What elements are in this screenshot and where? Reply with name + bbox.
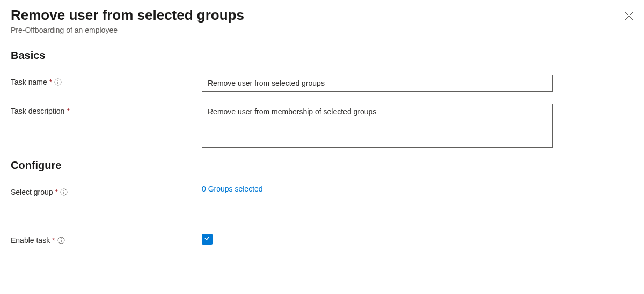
page-title: Remove user from selected groups [11,6,621,25]
svg-point-6 [63,190,64,191]
task-description-label-text: Task description [11,107,64,115]
required-asterisk: * [52,236,55,245]
configure-heading: Configure [11,159,633,172]
info-icon[interactable] [54,78,62,86]
svg-point-3 [57,80,58,81]
basics-heading: Basics [11,49,633,62]
svg-point-9 [61,238,62,239]
svg-rect-10 [61,240,61,242]
svg-rect-7 [63,192,64,194]
select-group-link[interactable]: 0 Groups selected [202,185,263,193]
select-group-label-text: Select group [11,188,53,196]
task-name-label: Task name * [11,75,202,86]
task-description-label: Task description * [11,104,202,115]
page-subtitle: Pre-Offboarding of an employee [11,26,621,34]
enable-task-checkbox[interactable] [202,234,213,245]
close-icon [625,12,633,22]
required-asterisk: * [49,78,52,86]
info-icon[interactable] [57,237,65,244]
required-asterisk: * [67,107,69,115]
svg-rect-4 [58,82,58,84]
checkmark-icon [203,234,211,244]
close-button[interactable] [621,9,636,25]
select-group-label: Select group * [11,185,202,196]
task-name-label-text: Task name [11,78,47,86]
info-icon[interactable] [60,188,68,196]
enable-task-label-text: Enable task [11,236,50,245]
task-description-input[interactable]: Remove user from membership of selected … [202,104,553,148]
required-asterisk: * [55,188,58,196]
task-name-input[interactable] [202,75,553,92]
enable-task-label: Enable task * [11,233,202,245]
